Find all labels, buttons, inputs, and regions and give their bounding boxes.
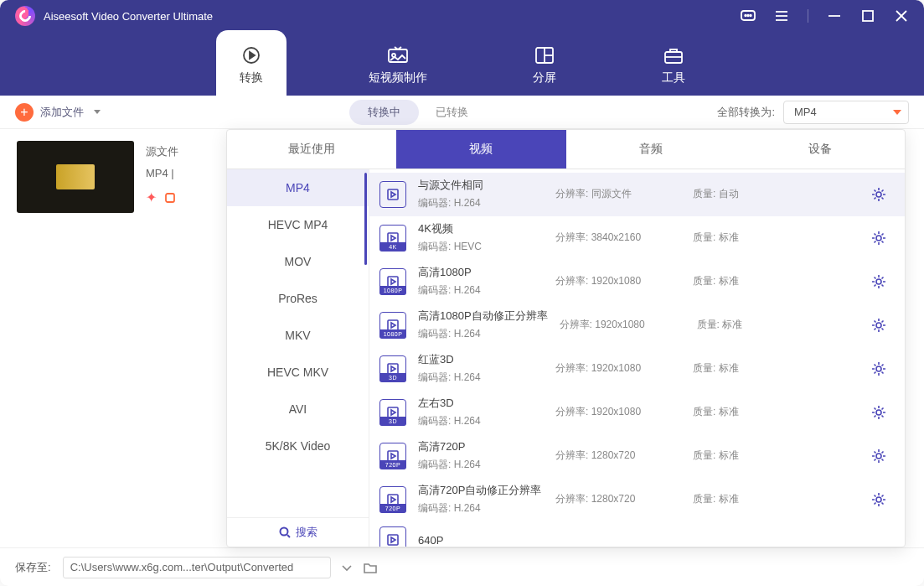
preset-info: 与源文件相同编码器: H.264 (418, 178, 544, 210)
wand-icon[interactable] (163, 191, 177, 205)
menu-icon[interactable] (774, 8, 789, 23)
tab-collage[interactable]: 分屏 (509, 30, 580, 96)
preset-encoder: 编码器: H.264 (418, 501, 544, 516)
preset-quality: 质量: 标准 (693, 449, 768, 463)
gear-icon[interactable] (871, 405, 886, 420)
format-popup: 最近使用 视频 音频 设备 MP4 HEVC MP4 MOV ProRes MK… (226, 129, 906, 547)
maximize-icon[interactable] (860, 8, 875, 23)
preset-title: 4K视频 (418, 221, 544, 236)
preset-row[interactable]: 720P高清720P自动修正分辨率编码器: H.264分辨率: 1280x720… (369, 478, 905, 521)
format-list[interactable]: MP4 HEVC MP4 MOV ProRes MKV HEVC MKV AVI… (227, 169, 369, 517)
add-files-button[interactable]: + 添加文件 (15, 103, 101, 122)
gear-icon[interactable] (871, 187, 886, 202)
format-sidebar: MP4 HEVC MP4 MOV ProRes MKV HEVC MKV AVI… (227, 169, 369, 547)
format-item-mkv[interactable]: MKV (227, 317, 369, 354)
preset-encoder: 编码器: H.264 (418, 371, 544, 385)
preset-row[interactable]: 与源文件相同编码器: H.264分辨率: 同源文件质量: 自动 (369, 173, 905, 216)
preset-icon: 720P (379, 486, 406, 513)
gear-icon[interactable] (871, 492, 886, 507)
file-panel: 源文件 MP4 | ✦ (0, 129, 226, 547)
scroll-indicator (364, 173, 367, 265)
preset-resolution: 分辨率: 1280x720 (555, 449, 681, 463)
preset-quality: 质量: 标准 (693, 361, 768, 376)
preset-info: 高清720P编码器: H.264 (418, 439, 544, 472)
preset-row[interactable]: 720P高清720P编码器: H.264分辨率: 1280x720质量: 标准 (369, 434, 905, 478)
format-item-avi[interactable]: AVI (227, 391, 369, 428)
status-converting[interactable]: 转换中 (349, 100, 419, 125)
preset-icon: 1080P (379, 312, 406, 339)
svg-point-43 (876, 454, 881, 459)
preset-encoder: 编码器: H.264 (418, 458, 544, 472)
preset-title: 与源文件相同 (418, 178, 544, 193)
format-item-prores[interactable]: ProRes (227, 280, 369, 317)
format-item-mov[interactable]: MOV (227, 243, 369, 280)
convert-all-label: 全部转换为: (717, 105, 775, 120)
preset-icon: 1080P (379, 268, 406, 295)
save-path-field[interactable]: C:\Users\www.x6g.com...ter\Output\Conver… (63, 557, 331, 578)
preset-resolution: 分辨率: 同源文件 (555, 187, 681, 201)
tab-mv[interactable]: 短视频制作 (345, 30, 451, 96)
gear-icon[interactable] (871, 361, 886, 376)
star-icon[interactable]: ✦ (146, 184, 158, 211)
format-item-hevc-mp4[interactable]: HEVC MP4 (227, 206, 369, 243)
preset-row[interactable]: 3D红蓝3D编码器: H.264分辨率: 1920x1080质量: 标准 (369, 347, 905, 391)
svg-rect-20 (166, 194, 174, 202)
format-dropdown[interactable]: MP4 (783, 101, 909, 124)
gear-icon[interactable] (871, 274, 886, 289)
preset-info: 高清1080P编码器: H.264 (418, 265, 544, 298)
gear-icon[interactable] (871, 231, 886, 246)
toolbar: + 添加文件 转换中 已转换 全部转换为: MP4 (0, 96, 924, 129)
preset-title: 左右3D (418, 396, 544, 411)
preset-quality: 质量: 标准 (693, 492, 768, 506)
svg-marker-30 (391, 279, 395, 284)
preset-row[interactable]: 3D左右3D编码器: H.264分辨率: 1920x1080质量: 标准 (369, 391, 905, 434)
preset-icon (379, 181, 406, 208)
preset-icon: 720P (379, 443, 406, 469)
svg-point-1 (745, 15, 746, 17)
format-item-5k8k[interactable]: 5K/8K Video (227, 428, 369, 464)
folder-icon[interactable] (363, 560, 378, 575)
gear-icon[interactable] (871, 318, 886, 333)
close-icon[interactable] (894, 8, 909, 23)
window-controls (741, 8, 909, 23)
preset-encoder: 编码器: HEVC (418, 240, 544, 254)
preset-encoder: 编码器: H.264 (418, 283, 544, 298)
svg-point-21 (280, 528, 287, 536)
popup-body: MP4 HEVC MP4 MOV ProRes MKV HEVC MKV AVI… (227, 169, 905, 547)
preset-encoder: 编码器: H.264 (418, 196, 544, 210)
svg-point-2 (747, 15, 749, 17)
preset-row[interactable]: 4K4K视频编码器: HEVC分辨率: 3840x2160质量: 标准 (369, 216, 905, 260)
popup-tab-video[interactable]: 视频 (396, 130, 565, 169)
search-bar[interactable]: 搜索 (227, 517, 369, 547)
gear-icon[interactable] (871, 449, 886, 464)
preset-row[interactable]: 1080P高清1080P编码器: H.264分辨率: 1920x1080质量: … (369, 260, 905, 303)
popup-tab-recent[interactable]: 最近使用 (227, 130, 396, 169)
feedback-icon[interactable] (741, 8, 756, 23)
svg-marker-48 (391, 537, 395, 542)
file-card[interactable]: 源文件 MP4 | ✦ (17, 141, 226, 213)
minimize-icon[interactable] (827, 8, 842, 23)
format-item-hevc-mkv[interactable]: HEVC MKV (227, 354, 369, 391)
preset-row[interactable]: 1080P高清1080P自动修正分辨率编码器: H.264分辨率: 1920x1… (369, 303, 905, 347)
app-title: Aiseesoft Video Converter Ultimate (44, 10, 741, 23)
preset-info: 4K视频编码器: HEVC (418, 221, 544, 254)
format-item-mp4[interactable]: MP4 (227, 169, 369, 206)
popup-tab-audio[interactable]: 音频 (566, 130, 736, 169)
preset-quality: 质量: 标准 (697, 318, 772, 332)
preset-quality: 质量: 标准 (693, 405, 768, 419)
svg-marker-27 (391, 236, 395, 241)
preset-info: 左右3D编码器: H.264 (418, 396, 544, 428)
tab-convert[interactable]: 转换 (216, 30, 286, 96)
popup-tab-device[interactable]: 设备 (736, 130, 905, 169)
preset-resolution: 分辨率: 1920x1080 (555, 405, 681, 419)
preset-row[interactable]: 640P (369, 521, 905, 547)
tab-toolbox[interactable]: 工具 (638, 30, 709, 96)
svg-point-31 (876, 279, 881, 284)
status-converted[interactable]: 已转换 (436, 105, 468, 120)
preset-list[interactable]: 与源文件相同编码器: H.264分辨率: 同源文件质量: 自动4K4K视频编码器… (369, 169, 905, 547)
preset-icon: 4K (379, 225, 406, 252)
dropdown-icon[interactable] (339, 560, 354, 575)
source-label: 源文件 (146, 141, 178, 163)
preset-info: 640P (418, 534, 544, 547)
preset-icon: 3D (379, 399, 406, 426)
